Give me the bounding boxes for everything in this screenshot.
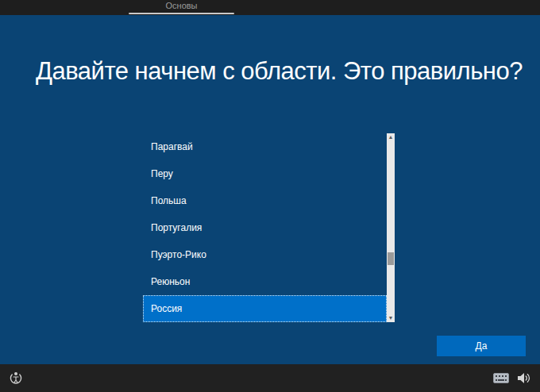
region-list: ПарагвайПеруПольшаПортугалияПуэрто-РикоР… — [143, 133, 387, 322]
tab-basics: Основы — [129, 0, 234, 15]
keyboard-button[interactable] — [493, 373, 509, 383]
ease-of-access-button[interactable] — [9, 371, 23, 385]
top-bar: Основы — [0, 0, 540, 15]
keyboard-icon — [493, 374, 509, 386]
region-option[interactable]: Пуэрто-Рико — [143, 241, 387, 268]
scrollbar[interactable]: ▲ ▼ — [387, 133, 395, 322]
tab-basics-label: Основы — [129, 0, 234, 12]
yes-button[interactable]: Да — [437, 336, 526, 356]
region-option[interactable]: Реюньон — [143, 268, 387, 295]
scrollbar-down-arrow[interactable]: ▼ — [387, 314, 395, 322]
page-title: Давайте начнем с области. Это правильно? — [36, 57, 512, 86]
tab-active-underline — [129, 13, 234, 14]
region-option[interactable]: Португалия — [143, 214, 387, 241]
oobe-screen: Основы Давайте начнем с области. Это пра… — [0, 0, 540, 392]
region-option-selected[interactable]: Россия — [143, 295, 387, 322]
region-option[interactable]: Перу — [143, 160, 387, 187]
ease-of-access-icon — [9, 375, 23, 387]
bottom-bar — [0, 364, 540, 392]
volume-button[interactable] — [517, 371, 531, 385]
region-option[interactable]: Польша — [143, 187, 387, 214]
scrollbar-up-arrow[interactable]: ▲ — [387, 133, 395, 141]
region-option[interactable]: Парагвай — [143, 133, 387, 160]
scrollbar-thumb[interactable] — [388, 252, 394, 265]
volume-icon — [517, 375, 531, 387]
